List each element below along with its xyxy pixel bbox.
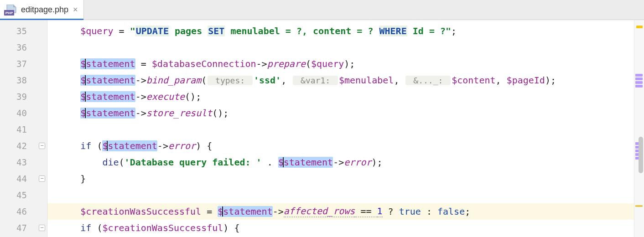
- code-line-35[interactable]: $query = "UPDATE pages SET menulabel = ?…: [47, 23, 644, 39]
- gutter-line-45: 45: [0, 187, 47, 203]
- svg-text:PHP: PHP: [5, 11, 13, 15]
- close-icon[interactable]: ×: [72, 5, 79, 15]
- line-number: 35: [16, 26, 47, 36]
- marker-rail[interactable]: [634, 20, 644, 237]
- param-hint: types:: [208, 76, 253, 85]
- code-line-41[interactable]: [47, 121, 644, 138]
- line-number: 39: [16, 92, 47, 102]
- scrollbar-thumb[interactable]: [639, 137, 643, 173]
- method: bind_param: [146, 75, 201, 86]
- line-number: 40: [16, 108, 47, 118]
- code-area[interactable]: $query = "UPDATE pages SET menulabel = ?…: [47, 20, 644, 237]
- keyword: if: [80, 140, 91, 151]
- php-file-icon: PHP: [4, 5, 17, 15]
- variable: $databaseConnection: [152, 58, 256, 69]
- highlighted-identifier: $statement: [278, 157, 333, 168]
- fold-icon[interactable]: −: [39, 225, 45, 231]
- highlighted-identifier: $statement: [80, 108, 135, 118]
- property: error: [344, 157, 371, 168]
- code-line-42[interactable]: if ($statement->error) {: [47, 138, 644, 154]
- gutter-line-44: 44−: [0, 170, 47, 187]
- marker-sel[interactable]: [635, 81, 643, 84]
- param-hint: &var1:: [293, 76, 338, 85]
- variable: $pageId: [507, 75, 545, 86]
- gutter-line-38: 38: [0, 72, 47, 88]
- code-line-46[interactable]: $creationWasSuccessful = $statement->aff…: [47, 203, 644, 220]
- gutter-line-47: 47−: [0, 220, 47, 236]
- tab-label: editpage.php: [21, 5, 68, 15]
- property: error: [168, 140, 196, 151]
- code-line-36[interactable]: [47, 39, 644, 56]
- marker-warn[interactable]: [636, 26, 643, 28]
- number: 1: [377, 206, 383, 217]
- svg-marker-1: [13, 5, 16, 7]
- method: execute: [146, 91, 185, 102]
- gutter-line-36: 36: [0, 39, 47, 56]
- highlighted-identifier: $statement: [218, 206, 272, 217]
- highlighted-identifier: $statement: [80, 58, 135, 69]
- variable: $menulabel: [339, 75, 394, 86]
- gutter-line-37: 37: [0, 56, 47, 72]
- line-number: 41: [16, 124, 47, 134]
- code-line-40[interactable]: $statement->store_result();: [47, 105, 644, 121]
- method: store_result: [146, 108, 213, 118]
- function: die: [102, 157, 119, 168]
- tab-bar: PHP editpage.php ×: [0, 0, 644, 20]
- property: affected_rows: [284, 206, 355, 217]
- marker-sel[interactable]: [635, 85, 643, 88]
- variable: $query: [80, 26, 113, 36]
- code-line-45[interactable]: [47, 187, 644, 203]
- line-number: 38: [16, 75, 47, 85]
- variable: $query: [311, 58, 344, 69]
- line-number: 37: [16, 59, 47, 69]
- gutter-line-39: 39: [0, 88, 47, 105]
- line-number: 36: [16, 42, 47, 52]
- gutter-line-43: 43: [0, 154, 47, 170]
- highlighted-identifier: $statement: [80, 91, 135, 102]
- code-line-39[interactable]: $statement->execute();: [47, 88, 644, 105]
- method: prepare: [267, 58, 306, 69]
- code-line-37[interactable]: $statement = $databaseConnection->prepar…: [47, 56, 644, 72]
- tab-editpage[interactable]: PHP editpage.php ×: [0, 0, 84, 20]
- gutter: 3536373839404142−4344−454647−: [0, 20, 47, 237]
- fold-icon[interactable]: −: [39, 143, 45, 149]
- marker-cur[interactable]: [635, 205, 643, 207]
- const: false: [437, 206, 465, 217]
- const: true: [399, 206, 421, 217]
- gutter-line-42: 42−: [0, 138, 47, 154]
- line-number: 43: [16, 157, 47, 167]
- line-number: 46: [16, 206, 47, 216]
- param-hint: &..._:: [405, 76, 451, 85]
- marker-sel[interactable]: [635, 77, 643, 80]
- code-line-38[interactable]: $statement->bind_param( types: 'ssd', &v…: [47, 72, 644, 88]
- gutter-line-40: 40: [0, 105, 47, 121]
- variable: $creationWasSuccessful: [102, 222, 223, 233]
- fold-icon[interactable]: −: [39, 175, 45, 182]
- variable: $creationWasSuccessful: [80, 206, 201, 217]
- variable: $content: [452, 75, 495, 86]
- line-number: 45: [16, 190, 47, 200]
- gutter-line-35: 35: [0, 23, 47, 39]
- highlighted-identifier: $statement: [80, 75, 135, 86]
- editor: 3536373839404142−4344−454647− $query = "…: [0, 20, 644, 237]
- code-line-44[interactable]: }: [47, 170, 644, 187]
- keyword: if: [80, 222, 91, 233]
- gutter-line-41: 41: [0, 121, 47, 138]
- code-line-47[interactable]: if ($creationWasSuccessful) {: [47, 220, 644, 236]
- gutter-line-46: 46: [0, 203, 47, 220]
- marker-sel[interactable]: [635, 74, 643, 77]
- code-line-43[interactable]: die('Database query failed: ' . $stateme…: [47, 154, 644, 170]
- highlighted-identifier: $statement: [102, 140, 157, 151]
